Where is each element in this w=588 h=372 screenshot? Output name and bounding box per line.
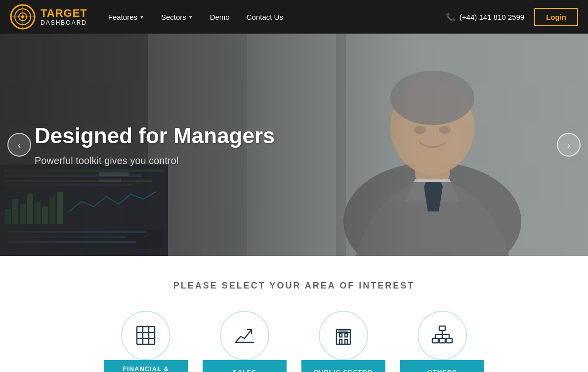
hero-subtitle: Powerful toolkit gives you control [35,155,275,166]
phone-number: 📞 (+44) 141 810 2599 [446,12,524,22]
hero-content: Designed for Managers Powerful toolkit g… [35,123,275,166]
hero-prev-button[interactable]: ‹ [7,133,31,157]
svg-rect-47 [338,331,348,331]
header-right: 📞 (+44) 141 810 2599 Login [446,8,578,26]
svg-rect-56 [446,338,452,343]
logo-target-label: TARGET [41,7,87,19]
header-left: TARGET DASHBOARD Features ▼ Sectors ▼ De… [10,4,289,30]
sales-icon [233,324,256,347]
nav-sectors[interactable]: Sectors ▼ [155,9,199,25]
public-label: PUBLIC SECTOR [301,360,385,372]
phone-icon: 📞 [446,12,456,22]
others-label: OTHERS [400,360,484,372]
sector-others[interactable]: OTHERS [400,311,484,372]
login-button[interactable]: Login [534,8,578,26]
svg-rect-48 [439,326,445,331]
sales-label: SALES [203,360,287,372]
hero-section: Designed for Managers Powerful toolkit g… [0,34,588,256]
financial-label: FINANCIAL &OPERATIONS [104,360,188,372]
others-icon [430,324,454,347]
sectors-grid: FINANCIAL &OPERATIONS SALES [10,311,578,372]
nav-contact[interactable]: Contact Us [241,9,289,25]
others-icon-circle [418,311,467,360]
logo[interactable]: TARGET DASHBOARD [10,4,87,30]
features-dropdown-arrow: ▼ [139,14,144,20]
svg-rect-52 [432,338,438,343]
svg-rect-35 [137,327,155,344]
financial-icon [134,324,158,347]
svg-rect-42 [339,333,342,337]
financial-icon-circle [121,311,170,360]
sector-public[interactable]: PUBLIC SECTOR [301,311,385,372]
nav-features[interactable]: Features ▼ [102,9,150,25]
public-sector-icon [332,324,355,347]
public-icon-circle [319,311,368,360]
main-nav: Features ▼ Sectors ▼ Demo Contact Us [102,9,289,25]
svg-rect-41 [336,330,350,344]
hero-next-button[interactable]: › [557,133,581,157]
svg-rect-54 [439,338,445,343]
logo-icon [10,4,36,30]
nav-demo[interactable]: Demo [204,9,236,25]
sectors-dropdown-arrow: ▼ [188,14,193,20]
logo-text: TARGET DASHBOARD [41,7,87,26]
sectors-section: PLEASE SELECT YOUR AREA OF INTEREST FINA… [0,256,588,372]
svg-rect-43 [345,333,347,337]
sectors-heading: PLEASE SELECT YOUR AREA OF INTEREST [10,281,578,291]
sector-financial[interactable]: FINANCIAL &OPERATIONS [104,311,188,372]
sales-icon-circle [220,311,269,360]
site-header: TARGET DASHBOARD Features ▼ Sectors ▼ De… [0,0,588,34]
svg-rect-44 [339,339,342,344]
svg-rect-45 [345,339,347,344]
logo-dashboard-label: DASHBOARD [41,20,87,26]
hero-title: Designed for Managers [35,123,275,149]
sector-sales[interactable]: SALES [203,311,287,372]
